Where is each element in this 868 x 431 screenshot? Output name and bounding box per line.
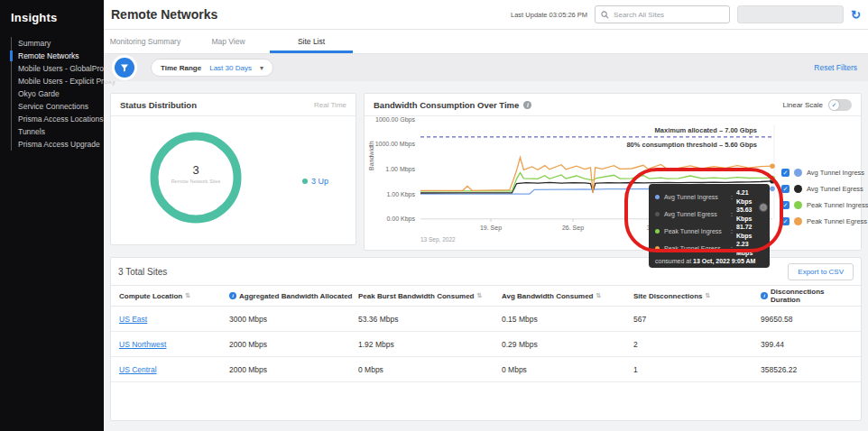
site-search[interactable] bbox=[595, 5, 730, 23]
sidebar-item-mobile-users-globalprotect[interactable]: Mobile Users - GlobalProtect bbox=[12, 62, 104, 75]
y-tick-label: 1000.00 Mbps bbox=[365, 141, 415, 147]
filter-button[interactable] bbox=[115, 58, 134, 78]
tooltip-series-label: Avg Tunnel Egress bbox=[664, 210, 731, 219]
legend-checkbox[interactable]: ✓ bbox=[781, 169, 790, 177]
column-header-avg-bandwidth-consumed[interactable]: Avg Bandwidth Consumed⇅ bbox=[502, 292, 633, 300]
column-header-peak-burst-bandwidth-consumed[interactable]: Peak Burst Bandwidth Consumed⇅ bbox=[358, 292, 502, 300]
tooltip-series-value: 2.23 Mbps bbox=[736, 240, 763, 257]
toggle-knob-check-icon: ✓ bbox=[829, 100, 839, 110]
sort-icon[interactable]: ⇅ bbox=[705, 292, 710, 299]
y-tick-label: 0.00 Kbps bbox=[365, 216, 415, 222]
table-row: US Northwest2000 Mbps1.92 Mbps0.29 Mbps2… bbox=[111, 332, 861, 357]
site-link[interactable]: US East bbox=[119, 315, 229, 324]
status-legend-item[interactable]: 3 Up bbox=[302, 177, 328, 186]
search-input[interactable] bbox=[614, 11, 724, 19]
y-tick-label: 1.00 Kbps bbox=[365, 191, 415, 197]
table-cell: 399.44 bbox=[761, 340, 861, 349]
info-icon[interactable]: i bbox=[523, 101, 531, 109]
column-header-label: Compute Location bbox=[119, 292, 182, 300]
legend-item-avg-tunnel-ingress[interactable]: ✓Avg Tunnel Ingress bbox=[781, 169, 868, 177]
tab-site-list[interactable]: Site List bbox=[270, 30, 353, 53]
refresh-icon[interactable]: ↻ bbox=[851, 9, 861, 21]
page-title: Remote Networks bbox=[111, 7, 217, 22]
column-header-label: Peak Burst Bandwidth Consumed bbox=[358, 292, 474, 300]
sidebar-item-service-connections[interactable]: Service Connections bbox=[12, 100, 104, 113]
chart-tooltip: Avg Tunnel Ingress:4.21 KbpsAvg Tunnel E… bbox=[649, 184, 770, 268]
status-up-label: 3 Up bbox=[311, 177, 328, 186]
tenant-selector-redacted[interactable] bbox=[737, 5, 844, 23]
sort-icon[interactable]: ⇅ bbox=[185, 292, 190, 299]
header-right: Last Update 03:05:26 PM ↻ bbox=[511, 5, 861, 23]
tab-monitoring-summary[interactable]: Monitoring Summary bbox=[104, 30, 187, 53]
sidebar: Insights SummaryRemote NetworksMobile Us… bbox=[0, 0, 104, 431]
time-range-label: Time Range bbox=[161, 64, 201, 72]
status-distribution-panel: Status Distribution Real Time 3 Remote N… bbox=[110, 93, 356, 245]
tooltip-series-label: Avg Tunnel Ingress bbox=[664, 193, 731, 202]
legend-color-dot bbox=[794, 185, 802, 193]
sort-icon[interactable]: ⇅ bbox=[476, 292, 482, 299]
top-header: Remote Networks Last Update 03:05:26 PM … bbox=[104, 0, 868, 30]
legend-item-peak-tunnel-egress[interactable]: ✓Peak Tunnel Egress bbox=[781, 217, 868, 225]
status-panel-title: Status Distribution bbox=[120, 100, 197, 110]
bandwidth-panel-header: Bandwidth Consumption Over Time i Linear… bbox=[365, 94, 861, 116]
sort-icon[interactable]: ⇅ bbox=[596, 292, 601, 299]
tab-bar: Monitoring SummaryMap ViewSite List bbox=[104, 30, 868, 54]
column-header-site-disconnections[interactable]: Site Disconnections⇅ bbox=[633, 292, 761, 300]
series-endpoint-dot bbox=[770, 187, 775, 192]
tooltip-series-dot bbox=[655, 195, 660, 199]
table-body: US East3000 Mbps53.36 Mbps0.15 Mbps56799… bbox=[111, 307, 861, 382]
column-header-compute-location[interactable]: Compute Location⇅ bbox=[119, 292, 229, 300]
reset-filters-link[interactable]: Reset Filters bbox=[814, 63, 857, 72]
sidebar-item-remote-networks[interactable]: Remote Networks bbox=[12, 50, 104, 62]
sidebar-item-prisma-access-upgrade[interactable]: Prisma Access Upgrade bbox=[12, 138, 104, 151]
last-update-label: Last Update 03:05:26 PM bbox=[511, 11, 587, 19]
table-cell: 567 bbox=[633, 315, 761, 324]
sidebar-item-summary[interactable]: Summary bbox=[12, 37, 104, 50]
tooltip-row: Avg Tunnel Ingress:4.21 Kbps bbox=[655, 188, 763, 206]
column-header-aggregated-bandwidth-allocated[interactable]: iAggregated Bandwidth Allocated bbox=[229, 292, 358, 300]
tooltip-series-value: 81.72 Kbps bbox=[736, 223, 763, 240]
sidebar-item-okyo-garde[interactable]: Okyo Garde bbox=[12, 87, 104, 100]
legend-label: Avg Tunnel Egress bbox=[807, 185, 863, 193]
column-header-label: Site Disconnections bbox=[633, 292, 702, 300]
site-link[interactable]: US Central bbox=[119, 365, 229, 374]
table-cell: 1.92 Mbps bbox=[358, 340, 502, 349]
column-header-label: Aggregated Bandwidth Allocated bbox=[239, 292, 353, 300]
series-endpoint-dot bbox=[770, 176, 775, 181]
x-tick-label: 26. Sep bbox=[562, 225, 584, 231]
sidebar-item-prisma-access-locations[interactable]: Prisma Access Locations bbox=[12, 113, 104, 125]
table-title: 3 Total Sites bbox=[118, 267, 167, 277]
tooltip-row: Peak Tunnel Egress:2.23 Mbps bbox=[655, 240, 763, 257]
legend-checkbox[interactable]: ✓ bbox=[781, 217, 790, 225]
tooltip-series-dot bbox=[655, 212, 660, 216]
app-window: Insights SummaryRemote NetworksMobile Us… bbox=[0, 0, 868, 431]
status-up-dot bbox=[302, 179, 308, 184]
table-cell: 2 bbox=[633, 340, 761, 349]
tab-map-view[interactable]: Map View bbox=[187, 30, 270, 53]
tooltip-series-dot bbox=[655, 229, 660, 234]
column-header-disconnections-duration[interactable]: iDisconnections Duration bbox=[761, 288, 861, 304]
linear-scale-label: Linear Scale bbox=[783, 101, 823, 109]
tooltip-footer: consumed at 13 Oct, 2022 9:05 AM bbox=[655, 258, 763, 264]
export-csv-button[interactable]: Export to CSV bbox=[788, 263, 854, 280]
info-icon[interactable]: i bbox=[229, 292, 236, 299]
legend-item-avg-tunnel-egress[interactable]: ✓Avg Tunnel Egress bbox=[781, 185, 868, 193]
time-range-value: Last 30 Days bbox=[209, 64, 252, 72]
tooltip-series-label: Peak Tunnel Ingress bbox=[664, 227, 731, 236]
site-link[interactable]: US Northwest bbox=[119, 340, 229, 349]
legend-color-dot bbox=[794, 201, 802, 209]
info-icon[interactable]: i bbox=[761, 292, 768, 299]
sidebar-item-mobile-users-explicit-proxy[interactable]: Mobile Users - Explicit Proxy bbox=[12, 75, 104, 87]
sidebar-item-tunnels[interactable]: Tunnels bbox=[12, 125, 104, 138]
column-header-label: Disconnections Duration bbox=[771, 288, 855, 304]
linear-scale-toggle[interactable]: ✓ bbox=[828, 99, 852, 111]
table-cell: 0.29 Mbps bbox=[502, 340, 633, 349]
tooltip-row: Avg Tunnel Egress:35.63 Kbps bbox=[655, 206, 763, 223]
table-column-headers: Compute Location⇅iAggregated Bandwidth A… bbox=[111, 285, 861, 307]
time-range-selector[interactable]: Time Range Last 30 Days ▾ bbox=[151, 59, 273, 77]
table-cell: 0.15 Mbps bbox=[502, 315, 633, 324]
legend-item-peak-tunnel-ingress[interactable]: ✓Peak Tunnel Ingress bbox=[781, 201, 868, 209]
legend-checkbox[interactable]: ✓ bbox=[781, 201, 790, 209]
legend-checkbox[interactable]: ✓ bbox=[781, 185, 790, 193]
x-range-start-label: 13 Sep, 2022 bbox=[420, 236, 456, 243]
